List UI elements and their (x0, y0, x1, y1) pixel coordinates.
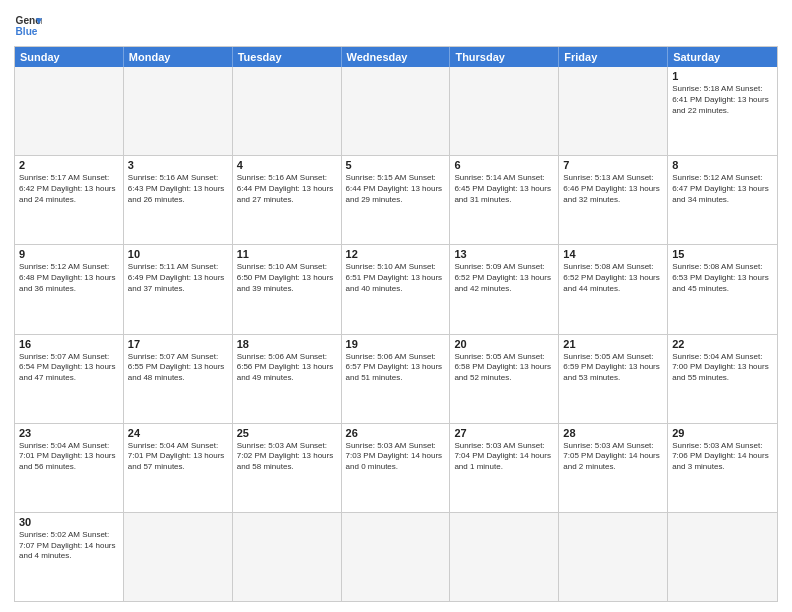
day-info: Sunrise: 5:02 AM Sunset: 7:07 PM Dayligh… (19, 530, 119, 562)
calendar-row-5: 30Sunrise: 5:02 AM Sunset: 7:07 PM Dayli… (15, 512, 777, 601)
day-cell-15: 15Sunrise: 5:08 AM Sunset: 6:53 PM Dayli… (668, 245, 777, 333)
day-number: 26 (346, 427, 446, 439)
day-info: Sunrise: 5:05 AM Sunset: 6:58 PM Dayligh… (454, 352, 554, 384)
day-cell-9: 9Sunrise: 5:12 AM Sunset: 6:48 PM Daylig… (15, 245, 124, 333)
day-info: Sunrise: 5:17 AM Sunset: 6:42 PM Dayligh… (19, 173, 119, 205)
logo: General Blue (14, 12, 42, 40)
day-number: 24 (128, 427, 228, 439)
day-number: 16 (19, 338, 119, 350)
day-header-saturday: Saturday (668, 47, 777, 67)
day-number: 1 (672, 70, 773, 82)
day-info: Sunrise: 5:04 AM Sunset: 7:00 PM Dayligh… (672, 352, 773, 384)
day-cell-30: 30Sunrise: 5:02 AM Sunset: 7:07 PM Dayli… (15, 513, 124, 601)
calendar-row-2: 9Sunrise: 5:12 AM Sunset: 6:48 PM Daylig… (15, 244, 777, 333)
empty-cell (342, 67, 451, 155)
day-info: Sunrise: 5:03 AM Sunset: 7:04 PM Dayligh… (454, 441, 554, 473)
day-cell-4: 4Sunrise: 5:16 AM Sunset: 6:44 PM Daylig… (233, 156, 342, 244)
day-number: 18 (237, 338, 337, 350)
empty-cell (342, 513, 451, 601)
empty-cell (124, 67, 233, 155)
day-cell-28: 28Sunrise: 5:03 AM Sunset: 7:05 PM Dayli… (559, 424, 668, 512)
calendar-row-3: 16Sunrise: 5:07 AM Sunset: 6:54 PM Dayli… (15, 334, 777, 423)
empty-cell (450, 513, 559, 601)
day-info: Sunrise: 5:03 AM Sunset: 7:05 PM Dayligh… (563, 441, 663, 473)
calendar-row-1: 2Sunrise: 5:17 AM Sunset: 6:42 PM Daylig… (15, 155, 777, 244)
day-info: Sunrise: 5:08 AM Sunset: 6:52 PM Dayligh… (563, 262, 663, 294)
day-info: Sunrise: 5:04 AM Sunset: 7:01 PM Dayligh… (128, 441, 228, 473)
day-cell-11: 11Sunrise: 5:10 AM Sunset: 6:50 PM Dayli… (233, 245, 342, 333)
day-info: Sunrise: 5:18 AM Sunset: 6:41 PM Dayligh… (672, 84, 773, 116)
day-info: Sunrise: 5:09 AM Sunset: 6:52 PM Dayligh… (454, 262, 554, 294)
day-cell-16: 16Sunrise: 5:07 AM Sunset: 6:54 PM Dayli… (15, 335, 124, 423)
day-number: 9 (19, 248, 119, 260)
day-info: Sunrise: 5:12 AM Sunset: 6:47 PM Dayligh… (672, 173, 773, 205)
day-number: 29 (672, 427, 773, 439)
day-cell-22: 22Sunrise: 5:04 AM Sunset: 7:00 PM Dayli… (668, 335, 777, 423)
calendar-header: SundayMondayTuesdayWednesdayThursdayFrid… (15, 47, 777, 67)
day-number: 19 (346, 338, 446, 350)
day-cell-3: 3Sunrise: 5:16 AM Sunset: 6:43 PM Daylig… (124, 156, 233, 244)
day-info: Sunrise: 5:16 AM Sunset: 6:44 PM Dayligh… (237, 173, 337, 205)
day-info: Sunrise: 5:03 AM Sunset: 7:03 PM Dayligh… (346, 441, 446, 473)
day-number: 25 (237, 427, 337, 439)
day-cell-2: 2Sunrise: 5:17 AM Sunset: 6:42 PM Daylig… (15, 156, 124, 244)
day-cell-21: 21Sunrise: 5:05 AM Sunset: 6:59 PM Dayli… (559, 335, 668, 423)
day-cell-17: 17Sunrise: 5:07 AM Sunset: 6:55 PM Dayli… (124, 335, 233, 423)
day-cell-20: 20Sunrise: 5:05 AM Sunset: 6:58 PM Dayli… (450, 335, 559, 423)
empty-cell (668, 513, 777, 601)
logo-icon: General Blue (14, 12, 42, 40)
calendar-body: 1Sunrise: 5:18 AM Sunset: 6:41 PM Daylig… (15, 67, 777, 601)
day-number: 3 (128, 159, 228, 171)
day-cell-27: 27Sunrise: 5:03 AM Sunset: 7:04 PM Dayli… (450, 424, 559, 512)
day-info: Sunrise: 5:05 AM Sunset: 6:59 PM Dayligh… (563, 352, 663, 384)
day-number: 4 (237, 159, 337, 171)
day-number: 5 (346, 159, 446, 171)
day-info: Sunrise: 5:08 AM Sunset: 6:53 PM Dayligh… (672, 262, 773, 294)
day-info: Sunrise: 5:06 AM Sunset: 6:56 PM Dayligh… (237, 352, 337, 384)
empty-cell (15, 67, 124, 155)
day-number: 10 (128, 248, 228, 260)
day-cell-6: 6Sunrise: 5:14 AM Sunset: 6:45 PM Daylig… (450, 156, 559, 244)
day-info: Sunrise: 5:03 AM Sunset: 7:02 PM Dayligh… (237, 441, 337, 473)
day-info: Sunrise: 5:13 AM Sunset: 6:46 PM Dayligh… (563, 173, 663, 205)
day-number: 15 (672, 248, 773, 260)
day-info: Sunrise: 5:06 AM Sunset: 6:57 PM Dayligh… (346, 352, 446, 384)
day-cell-13: 13Sunrise: 5:09 AM Sunset: 6:52 PM Dayli… (450, 245, 559, 333)
day-number: 20 (454, 338, 554, 350)
day-header-sunday: Sunday (15, 47, 124, 67)
day-cell-24: 24Sunrise: 5:04 AM Sunset: 7:01 PM Dayli… (124, 424, 233, 512)
day-header-thursday: Thursday (450, 47, 559, 67)
day-number: 22 (672, 338, 773, 350)
day-cell-19: 19Sunrise: 5:06 AM Sunset: 6:57 PM Dayli… (342, 335, 451, 423)
day-info: Sunrise: 5:16 AM Sunset: 6:43 PM Dayligh… (128, 173, 228, 205)
day-info: Sunrise: 5:04 AM Sunset: 7:01 PM Dayligh… (19, 441, 119, 473)
day-cell-5: 5Sunrise: 5:15 AM Sunset: 6:44 PM Daylig… (342, 156, 451, 244)
day-number: 12 (346, 248, 446, 260)
day-info: Sunrise: 5:03 AM Sunset: 7:06 PM Dayligh… (672, 441, 773, 473)
day-cell-26: 26Sunrise: 5:03 AM Sunset: 7:03 PM Dayli… (342, 424, 451, 512)
empty-cell (233, 67, 342, 155)
day-number: 28 (563, 427, 663, 439)
day-number: 13 (454, 248, 554, 260)
empty-cell (559, 513, 668, 601)
day-header-friday: Friday (559, 47, 668, 67)
page: General Blue SundayMondayTuesdayWednesda… (0, 0, 792, 612)
day-number: 11 (237, 248, 337, 260)
day-info: Sunrise: 5:10 AM Sunset: 6:50 PM Dayligh… (237, 262, 337, 294)
day-info: Sunrise: 5:11 AM Sunset: 6:49 PM Dayligh… (128, 262, 228, 294)
day-info: Sunrise: 5:12 AM Sunset: 6:48 PM Dayligh… (19, 262, 119, 294)
day-number: 30 (19, 516, 119, 528)
day-cell-7: 7Sunrise: 5:13 AM Sunset: 6:46 PM Daylig… (559, 156, 668, 244)
day-number: 17 (128, 338, 228, 350)
day-info: Sunrise: 5:14 AM Sunset: 6:45 PM Dayligh… (454, 173, 554, 205)
day-number: 27 (454, 427, 554, 439)
day-cell-8: 8Sunrise: 5:12 AM Sunset: 6:47 PM Daylig… (668, 156, 777, 244)
day-number: 21 (563, 338, 663, 350)
day-info: Sunrise: 5:10 AM Sunset: 6:51 PM Dayligh… (346, 262, 446, 294)
day-number: 23 (19, 427, 119, 439)
day-cell-25: 25Sunrise: 5:03 AM Sunset: 7:02 PM Dayli… (233, 424, 342, 512)
day-info: Sunrise: 5:15 AM Sunset: 6:44 PM Dayligh… (346, 173, 446, 205)
day-cell-14: 14Sunrise: 5:08 AM Sunset: 6:52 PM Dayli… (559, 245, 668, 333)
calendar-row-0: 1Sunrise: 5:18 AM Sunset: 6:41 PM Daylig… (15, 67, 777, 155)
day-cell-10: 10Sunrise: 5:11 AM Sunset: 6:49 PM Dayli… (124, 245, 233, 333)
